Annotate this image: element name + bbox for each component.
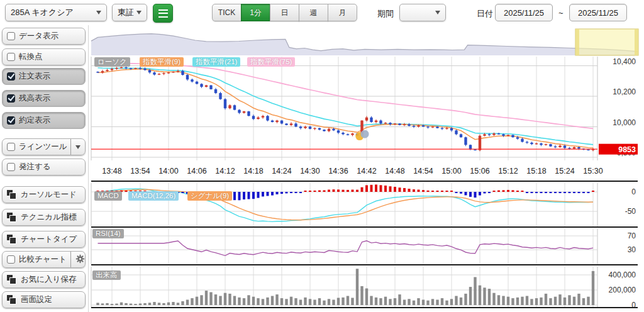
svg-text:15:06: 15:06 bbox=[470, 167, 489, 176]
date-from-input[interactable]: 2025/11/25 bbox=[495, 4, 553, 21]
sidebar-item-compare-chart[interactable]: 比較チャート bbox=[2, 251, 86, 268]
sidebar-item-screen-settings[interactable]: 画面設定 bbox=[2, 291, 86, 308]
period-select[interactable] bbox=[399, 4, 446, 21]
checkbox-icon[interactable] bbox=[7, 143, 15, 151]
sidebar: データ表示転換点注文表示残高表示約定表示ラインツール発注するカーソルモードテクニ… bbox=[0, 25, 89, 312]
date-to-input[interactable]: 2025/11/25 bbox=[569, 4, 627, 21]
checkbox-icon[interactable] bbox=[7, 53, 15, 61]
svg-text:15:24: 15:24 bbox=[555, 167, 574, 176]
sidebar-item-turning-point[interactable]: 転換点 bbox=[2, 48, 86, 65]
gear-icon bbox=[75, 254, 85, 265]
svg-text:15:12: 15:12 bbox=[498, 167, 518, 176]
sidebar-item-label: 発注する bbox=[19, 162, 51, 172]
legend-ema9-badge: 指数平滑(9) bbox=[140, 57, 184, 67]
sidebar-item-cursor-mode[interactable]: カーソルモード bbox=[2, 186, 86, 203]
timeframe-group: TICK1分日週月 bbox=[212, 4, 357, 21]
svg-text:14:54: 14:54 bbox=[413, 167, 433, 176]
svg-text:14:36: 14:36 bbox=[328, 167, 348, 176]
sidebar-item-order-display[interactable]: 注文表示 bbox=[2, 68, 86, 85]
window-panel-icon bbox=[7, 275, 17, 284]
checkbox-icon[interactable] bbox=[7, 255, 15, 264]
window-panel-icon bbox=[7, 190, 17, 199]
sidebar-item-chart-type[interactable]: チャートタイプ bbox=[2, 231, 86, 248]
sidebar-item-label: データ表示 bbox=[19, 31, 58, 42]
svg-text:-50: -50 bbox=[625, 207, 636, 216]
watchlist-button[interactable] bbox=[153, 4, 173, 23]
svg-text:10,000: 10,000 bbox=[613, 118, 636, 127]
current-price-value: 9853 bbox=[618, 145, 636, 154]
svg-text:14:06: 14:06 bbox=[187, 167, 206, 176]
sidebar-item-label: 残高表示 bbox=[19, 93, 50, 104]
svg-text:10,400: 10,400 bbox=[613, 57, 636, 66]
checkbox-icon[interactable] bbox=[7, 163, 15, 171]
legend-candle-badge: ローソク bbox=[94, 57, 130, 67]
window-panel-icon bbox=[7, 295, 17, 304]
checkbox-icon[interactable] bbox=[7, 32, 15, 40]
legend-macd-badge: MACD bbox=[94, 191, 122, 201]
market-select-value: 東証 bbox=[118, 7, 134, 18]
sidebar-item-label: テクニカル指標 bbox=[21, 212, 77, 223]
list-icon bbox=[158, 9, 168, 18]
sidebar-item-label: ラインツール bbox=[19, 142, 67, 152]
svg-text:13:54: 13:54 bbox=[130, 167, 150, 176]
legend-ema21-badge: 指数平滑(21) bbox=[192, 57, 240, 67]
chart-area: 10,40010,20010,0009,8000-507030400,00020… bbox=[88, 25, 644, 312]
tab-timeframe-月[interactable]: 月 bbox=[328, 4, 357, 21]
chart-canvas[interactable]: 10,40010,20010,0009,8000-507030400,00020… bbox=[88, 25, 644, 312]
sidebar-item-label: 約定表示 bbox=[19, 115, 50, 126]
legend-macd-line-badge: MACD(12,26) bbox=[128, 191, 179, 201]
sidebar-item-technical-indicators[interactable]: テクニカル指標 bbox=[2, 209, 86, 226]
chevron-down-icon bbox=[75, 145, 80, 149]
sidebar-item-label: お気に入り保存 bbox=[21, 274, 76, 285]
sidebar-item-data-display[interactable]: データ表示 bbox=[2, 28, 86, 45]
tab-timeframe-TICK[interactable]: TICK bbox=[212, 4, 242, 21]
svg-text:10,200: 10,200 bbox=[613, 87, 636, 96]
svg-text:15:00: 15:00 bbox=[441, 167, 461, 176]
checkbox-icon[interactable] bbox=[7, 94, 15, 103]
sidebar-item-save-favorite[interactable]: お気に入り保存 bbox=[2, 271, 86, 288]
market-select[interactable]: 東証 bbox=[112, 4, 147, 21]
chevron-down-icon bbox=[136, 11, 142, 14]
svg-text:14:18: 14:18 bbox=[243, 167, 263, 176]
tab-timeframe-1分[interactable]: 1分 bbox=[241, 4, 270, 21]
date-range-separator: ~ bbox=[558, 8, 564, 18]
trading-chart-window: 285A キオクシア 東証 TICK1分日週月 期間 日付 2025/11/25… bbox=[0, 0, 644, 312]
svg-text:400,000: 400,000 bbox=[609, 270, 636, 279]
date-label: 日付 bbox=[477, 8, 493, 20]
sidebar-item-label: カーソルモード bbox=[21, 189, 77, 200]
svg-text:15:18: 15:18 bbox=[526, 167, 546, 176]
svg-text:14:12: 14:12 bbox=[215, 167, 235, 176]
chevron-down-icon bbox=[96, 11, 101, 14]
symbol-select-value: 285A キオクシア bbox=[11, 7, 74, 18]
line-tool-menu[interactable] bbox=[70, 139, 80, 155]
svg-text:14:00: 14:00 bbox=[158, 167, 178, 176]
checkbox-icon[interactable] bbox=[7, 72, 15, 81]
overview-selection-handle bbox=[635, 29, 638, 55]
compare-settings[interactable] bbox=[70, 252, 85, 267]
sidebar-item-label: 画面設定 bbox=[21, 294, 52, 305]
window-panel-icon bbox=[7, 235, 17, 244]
svg-text:30: 30 bbox=[628, 245, 636, 254]
chevron-down-icon bbox=[435, 11, 440, 14]
tab-timeframe-週[interactable]: 週 bbox=[299, 4, 328, 21]
svg-text:14:48: 14:48 bbox=[385, 167, 404, 176]
svg-text:14:30: 14:30 bbox=[300, 167, 319, 176]
symbol-select[interactable]: 285A キオクシア bbox=[5, 4, 107, 21]
sidebar-item-line-tool[interactable]: ラインツール bbox=[2, 138, 86, 155]
execution-marker bbox=[361, 130, 369, 138]
checkbox-icon[interactable] bbox=[7, 116, 15, 125]
sidebar-item-label: 転換点 bbox=[19, 52, 43, 62]
sidebar-item-label: チャートタイプ bbox=[21, 234, 77, 245]
legend-volume-badge: 出来高 bbox=[92, 270, 121, 280]
sidebar-item-place-order[interactable]: 発注する bbox=[2, 159, 86, 176]
svg-text:14:42: 14:42 bbox=[357, 167, 376, 176]
toolbar: 285A キオクシア 東証 TICK1分日週月 期間 日付 2025/11/25… bbox=[0, 0, 644, 25]
svg-text:13:48: 13:48 bbox=[102, 167, 121, 176]
sidebar-item-execution-display[interactable]: 約定表示 bbox=[2, 112, 86, 129]
svg-text:15:30: 15:30 bbox=[583, 167, 602, 176]
period-label: 期間 bbox=[377, 8, 394, 20]
tab-timeframe-日[interactable]: 日 bbox=[270, 4, 299, 21]
svg-text:200,000: 200,000 bbox=[609, 286, 636, 294]
sidebar-item-balance-display[interactable]: 残高表示 bbox=[2, 90, 86, 107]
legend-ema75-badge: 指数平滑(75) bbox=[247, 57, 295, 67]
